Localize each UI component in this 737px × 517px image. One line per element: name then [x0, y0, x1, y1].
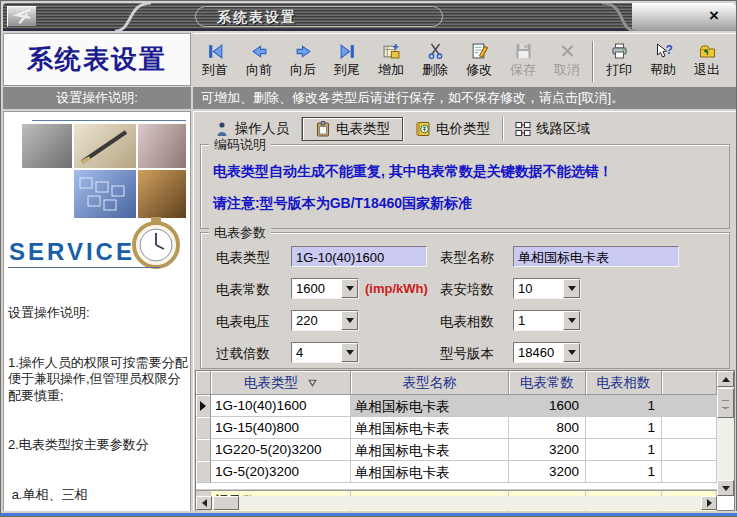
- printer-icon: [611, 40, 628, 62]
- params-group-title: 电表参数: [209, 224, 271, 242]
- modify-button[interactable]: 修改: [457, 37, 501, 86]
- region-diagram-icon: [515, 121, 531, 137]
- scroll-left-icon[interactable]: [196, 496, 212, 510]
- version-dropdown[interactable]: 18460: [513, 342, 581, 363]
- col-header-model-name[interactable]: 表型名称: [351, 371, 509, 395]
- tab-meter-type[interactable]: 电表类型: [302, 117, 403, 141]
- window-title: 系统表设置: [217, 9, 297, 27]
- chevron-down-icon[interactable]: [563, 279, 580, 298]
- next-button[interactable]: 向后: [281, 37, 325, 86]
- instructions-line: 1.操作人员的权限可按需要分配便于兼职操作,但管理员权限分配要慎重;: [8, 355, 190, 405]
- instructions-line: 设置操作说明:: [8, 305, 190, 322]
- chevron-down-icon[interactable]: [341, 343, 358, 362]
- toolbar-separator: [592, 41, 594, 82]
- model-name-label: 表型名称: [440, 249, 494, 267]
- exit-button[interactable]: 退出: [685, 37, 729, 86]
- tab-line-region[interactable]: 线路区域: [503, 117, 602, 141]
- chevron-down-icon[interactable]: [341, 279, 358, 298]
- nav-first-icon: [207, 40, 224, 62]
- table-row[interactable]: 1G-15(40)800 单相国标电卡表 800 1: [196, 417, 717, 439]
- voltage-label: 电表电压: [216, 313, 270, 331]
- help-cursor-icon: ?: [654, 40, 673, 62]
- horizontal-scrollbar[interactable]: [196, 496, 717, 510]
- constant-dropdown[interactable]: 1600: [291, 278, 359, 299]
- instructions-block: 设置操作说明: 1.操作人员的权限可按需要分配便于兼职操作,但管理员权限分配要慎…: [8, 272, 190, 517]
- collage-image-tools: [22, 124, 72, 168]
- overload-label: 过载倍数: [216, 345, 270, 363]
- overload-dropdown[interactable]: 4: [291, 342, 359, 363]
- table-row[interactable]: 1G-5(20)3200 单相国标电卡表 3200 1: [196, 461, 717, 483]
- meter-type-grid: 电表类型 表型名称 电表常数 电表相数 1G-10(40)1600 单相国标电卡…: [195, 370, 735, 511]
- sort-indicator-icon: [308, 379, 317, 387]
- vertical-scroll-thumb[interactable]: [717, 388, 734, 418]
- prev-button[interactable]: 向前: [237, 37, 281, 86]
- window-bottom-border: [1, 513, 737, 516]
- collage-image-pen: [74, 124, 136, 168]
- collage-image-watchband: [138, 170, 186, 218]
- coding-note-2: 请注意:型号版本为GB/T18460国家新标准: [213, 195, 472, 213]
- save-button: 保存: [501, 37, 545, 86]
- grid-filler: [196, 483, 717, 490]
- chevron-down-icon[interactable]: [341, 311, 358, 330]
- collage-image-keyboard: [74, 170, 136, 218]
- tab-price-type[interactable]: 电价类型: [403, 117, 503, 141]
- price-book-icon: [415, 121, 431, 137]
- pocket-watch-image: [126, 216, 186, 270]
- coding-note-1: 电表类型自动生成不能重复, 其中电表常数是关键数据不能选错！: [213, 163, 613, 181]
- scroll-up-icon[interactable]: [717, 371, 734, 387]
- chevron-down-icon[interactable]: [563, 343, 580, 362]
- svg-text:?: ?: [665, 43, 672, 57]
- cancel-x-icon: [559, 40, 576, 62]
- version-label: 型号版本: [440, 345, 494, 363]
- add-button[interactable]: 增加: [369, 37, 413, 86]
- instructions-line: a.单相、三相: [8, 487, 190, 504]
- grid-corner: [196, 371, 211, 395]
- exit-folder-icon: [699, 40, 716, 62]
- amperage-dropdown[interactable]: 10: [513, 278, 581, 299]
- service-underline: [8, 267, 160, 268]
- constant-unit: (imp/kWh): [365, 281, 428, 296]
- nav-last-icon: [339, 40, 356, 62]
- horizontal-scroll-thumb[interactable]: [213, 496, 239, 510]
- model-name-field[interactable]: [513, 246, 679, 267]
- collage-rule: [32, 120, 186, 121]
- page-title: 系统表设置: [27, 42, 167, 77]
- last-button[interactable]: 到尾: [325, 37, 369, 86]
- print-button[interactable]: 打印: [597, 37, 641, 86]
- nav-next-icon: [295, 40, 312, 62]
- table-row[interactable]: 1G-10(40)1600 单相国标电卡表 1600 1: [196, 395, 717, 417]
- app-window: 系统表设置 × 系统表设置 到首 向前 向后 到尾 增加: [0, 0, 737, 517]
- meter-type-label: 电表类型: [216, 249, 270, 267]
- person-icon: [214, 121, 230, 137]
- page-title-panel: 系统表设置: [3, 33, 191, 86]
- edit-icon: [471, 40, 488, 62]
- scissors-icon: [427, 40, 444, 62]
- app-logo-icon[interactable]: [7, 6, 37, 27]
- titlebar-swoosh-right: [602, 3, 638, 31]
- col-header-phases[interactable]: 电表相数: [586, 371, 662, 395]
- help-button[interactable]: ? 帮助: [641, 37, 685, 86]
- meter-type-field[interactable]: [291, 246, 427, 267]
- titlebar-swoosh-left: [113, 3, 153, 31]
- collage-image-parts: [138, 124, 186, 168]
- clipboard-icon: [315, 121, 331, 137]
- scroll-right-icon[interactable]: [701, 496, 717, 510]
- col-header-meter-type[interactable]: 电表类型: [211, 371, 351, 395]
- table-row[interactable]: 1G220-5(20)3200 单相国标电卡表 3200 1: [196, 439, 717, 461]
- col-header-constant[interactable]: 电表常数: [509, 371, 586, 395]
- phases-dropdown[interactable]: 1: [513, 310, 581, 331]
- close-button[interactable]: ×: [704, 6, 724, 26]
- scroll-down-icon[interactable]: [717, 480, 734, 496]
- voltage-dropdown[interactable]: 220: [291, 310, 359, 331]
- delete-button[interactable]: 删除: [413, 37, 457, 86]
- current-row-marker-icon: [200, 401, 206, 411]
- floppy-save-icon: [515, 40, 532, 62]
- coding-group-title: 编码说明: [209, 136, 271, 154]
- titlebar: 系统表设置 ×: [3, 3, 736, 31]
- chevron-down-icon[interactable]: [563, 311, 580, 330]
- amperage-label: 表安培数: [440, 281, 494, 299]
- first-button[interactable]: 到首: [193, 37, 237, 86]
- col-header-blank: [662, 371, 717, 395]
- vertical-scrollbar[interactable]: [717, 371, 734, 496]
- sidebar: SERVICE 设置操作说明: 1.操作人员的权限可按需要分配便于兼职操作,但管…: [3, 111, 191, 513]
